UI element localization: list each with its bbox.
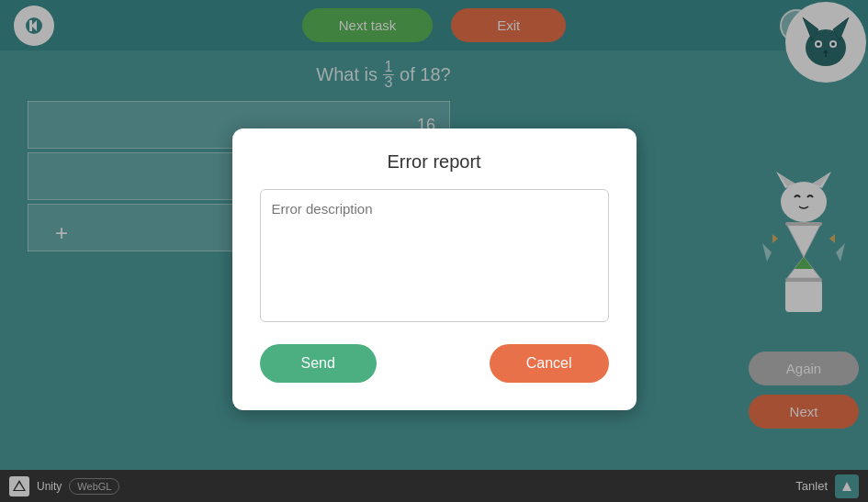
error-report-modal: Error report Send Cancel bbox=[232, 128, 637, 410]
send-button[interactable]: Send bbox=[260, 344, 377, 383]
modal-title: Error report bbox=[260, 151, 609, 173]
error-description-input[interactable] bbox=[260, 189, 609, 322]
modal-overlay: Error report Send Cancel bbox=[0, 0, 868, 502]
modal-actions: Send Cancel bbox=[260, 344, 609, 383]
cancel-button[interactable]: Cancel bbox=[490, 344, 609, 383]
